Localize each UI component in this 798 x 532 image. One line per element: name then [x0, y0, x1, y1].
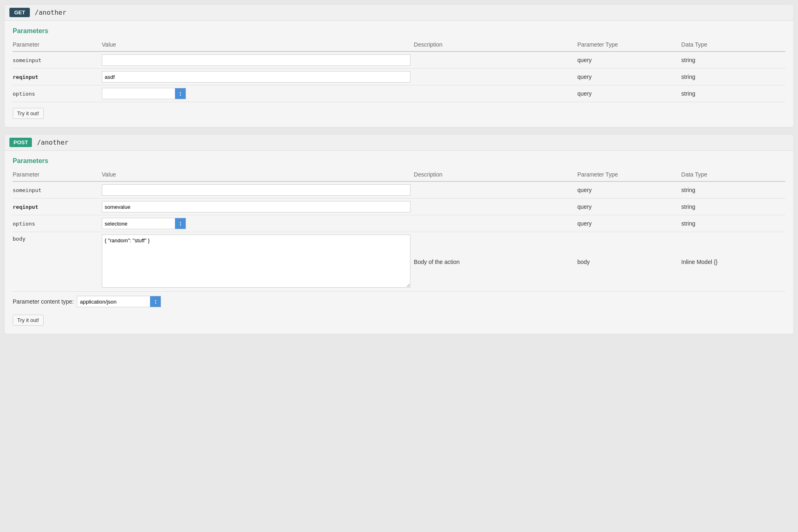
- post-path: /another: [37, 139, 68, 146]
- get-param-name-options: options: [13, 91, 35, 97]
- post-content-type-select-btn[interactable]: ↕: [150, 296, 161, 307]
- get-someinput-desc: [414, 51, 577, 69]
- get-options-ptype: query: [577, 85, 681, 102]
- get-row-someinput: someinput query string: [13, 51, 785, 69]
- post-options-desc: [414, 215, 577, 232]
- post-header: POST /another: [4, 134, 794, 151]
- post-body: Parameters Parameter Value Description P…: [4, 151, 794, 334]
- post-reqinput-field[interactable]: [102, 201, 410, 212]
- post-reqinput-ptype: query: [577, 199, 681, 215]
- post-col-header-desc: Description: [414, 170, 577, 181]
- get-col-header-ptype: Parameter Type: [577, 40, 681, 51]
- post-param-name-body: body: [13, 236, 25, 242]
- post-body-ptype: body: [577, 232, 681, 292]
- get-options-desc: [414, 85, 577, 102]
- post-content-type-label: Parameter content type:: [13, 298, 74, 305]
- get-col-header-param: Parameter: [13, 40, 102, 51]
- post-content-type-row: Parameter content type: ↕: [13, 296, 785, 307]
- post-body-textarea[interactable]: { "random": "stuff" }: [102, 235, 410, 288]
- post-row-options: options ↕ query string: [13, 215, 785, 232]
- post-options-dtype: string: [681, 215, 785, 232]
- post-body-dtype: Inline Model {}: [681, 232, 785, 292]
- post-options-ptype: query: [577, 215, 681, 232]
- post-method-badge: POST: [9, 138, 32, 147]
- get-reqinput-dtype: string: [681, 69, 785, 85]
- get-options-select-input[interactable]: [102, 89, 175, 98]
- post-body-desc: Body of the action: [414, 232, 577, 292]
- post-someinput-field[interactable]: [102, 184, 410, 196]
- post-param-name-reqinput: reqinput: [13, 204, 38, 210]
- get-param-name-someinput: someinput: [13, 57, 41, 63]
- post-content-type-select-input[interactable]: [77, 297, 150, 306]
- get-section-title: Parameters: [13, 27, 785, 35]
- post-row-reqinput: reqinput query string: [13, 199, 785, 215]
- get-path: /another: [35, 9, 66, 16]
- get-options-select-wrapper: ↕: [102, 88, 186, 99]
- get-try-button[interactable]: Try it out!: [13, 108, 44, 119]
- get-someinput-dtype: string: [681, 51, 785, 69]
- post-someinput-ptype: query: [577, 181, 681, 199]
- post-section-title: Parameters: [13, 157, 785, 165]
- get-reqinput-desc: [414, 69, 577, 85]
- get-reqinput-ptype: query: [577, 69, 681, 85]
- post-row-someinput: someinput query string: [13, 181, 785, 199]
- post-col-header-dtype: Data Type: [681, 170, 785, 181]
- post-options-select-input[interactable]: [102, 219, 175, 228]
- post-try-button[interactable]: Try it out!: [13, 315, 44, 326]
- post-param-name-someinput: someinput: [13, 187, 41, 193]
- post-params-table: Parameter Value Description Parameter Ty…: [13, 170, 785, 292]
- get-param-name-reqinput: reqinput: [13, 74, 38, 80]
- get-options-select-btn[interactable]: ↕: [175, 88, 186, 99]
- get-col-header-value: Value: [102, 40, 414, 51]
- post-param-name-options: options: [13, 221, 35, 227]
- get-row-reqinput: reqinput query string: [13, 69, 785, 85]
- post-col-header-value: Value: [102, 170, 414, 181]
- get-someinput-ptype: query: [577, 51, 681, 69]
- post-options-select-wrapper: ↕: [102, 218, 186, 229]
- get-options-dtype: string: [681, 85, 785, 102]
- post-block: POST /another Parameters Parameter Value…: [4, 134, 794, 334]
- post-row-body: body { "random": "stuff" } Body of the a…: [13, 232, 785, 292]
- post-reqinput-dtype: string: [681, 199, 785, 215]
- get-reqinput-field[interactable]: [102, 71, 410, 83]
- post-col-header-param: Parameter: [13, 170, 102, 181]
- get-col-header-dtype: Data Type: [681, 40, 785, 51]
- get-col-header-desc: Description: [414, 40, 577, 51]
- get-block: GET /another Parameters Parameter Value …: [4, 4, 794, 127]
- post-content-type-select-wrapper: ↕: [77, 296, 161, 307]
- get-row-options: options ↕ query string: [13, 85, 785, 102]
- post-options-select-btn[interactable]: ↕: [175, 218, 186, 229]
- post-someinput-dtype: string: [681, 181, 785, 199]
- post-col-header-ptype: Parameter Type: [577, 170, 681, 181]
- get-body: Parameters Parameter Value Description P…: [4, 21, 794, 127]
- get-header: GET /another: [4, 4, 794, 21]
- post-someinput-desc: [414, 181, 577, 199]
- get-someinput-field[interactable]: [102, 54, 410, 66]
- get-method-badge: GET: [9, 8, 30, 17]
- get-params-table: Parameter Value Description Parameter Ty…: [13, 40, 785, 102]
- post-reqinput-desc: [414, 199, 577, 215]
